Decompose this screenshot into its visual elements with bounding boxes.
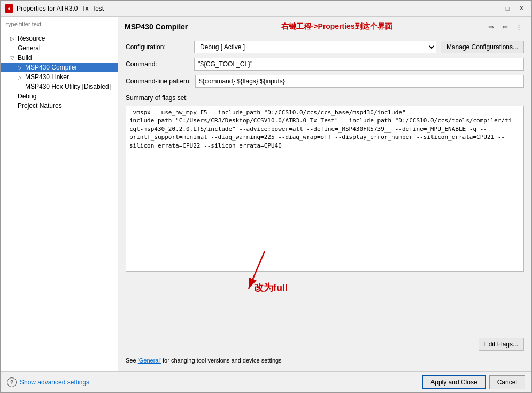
arrow-icon: ▽ (10, 55, 18, 61)
title-bar-controls: ─ □ ✕ (488, 3, 527, 14)
sidebar-item-debug[interactable]: Debug (1, 91, 118, 101)
sidebar-item-msp430-compiler[interactable]: ▷ MSP430 Compiler (1, 63, 118, 72)
panel-nav: ⇒ ⇐ ⋮ (485, 21, 525, 33)
sidebar: ▷ Resource General ▽ Build ▷ MSP430 Comp… (1, 17, 118, 371)
title-bar: ● Properties for ATR3.0_Tx_Test ─ □ ✕ (1, 1, 531, 17)
minimize-button[interactable]: ─ (488, 3, 499, 14)
help-icon[interactable]: ? (7, 377, 17, 387)
command-row: Command: (126, 58, 524, 71)
sidebar-item-build[interactable]: ▽ Build (1, 53, 118, 63)
nav-forward-button[interactable]: ⇒ (485, 21, 497, 33)
manage-configs-button[interactable]: Manage Configurations... (441, 41, 524, 53)
arrow-icon (10, 45, 18, 51)
sidebar-item-msp430-hex[interactable]: MSP430 Hex Utility [Disabled] (1, 82, 118, 91)
panel-header: MSP430 Compiler 右键工程->Properties到这个界面 ⇒ … (118, 17, 531, 35)
tree-area: ▷ Resource General ▽ Build ▷ MSP430 Comp… (1, 32, 118, 371)
sidebar-item-label: MSP430 Hex Utility [Disabled] (25, 83, 111, 90)
config-label: Configuration: (126, 43, 190, 51)
cmdline-row: Command-line pattern: (126, 75, 524, 88)
see-general-suffix: for changing tool versions and device se… (161, 357, 282, 364)
right-panel: MSP430 Compiler 右键工程->Properties到这个界面 ⇒ … (118, 17, 531, 371)
arrow-icon (18, 84, 25, 90)
sidebar-item-label: MSP430 Compiler (25, 64, 77, 71)
sidebar-item-project-natures[interactable]: Project Natures (1, 101, 118, 111)
cancel-button[interactable]: Cancel (489, 375, 525, 389)
arrow-icon: ▷ (10, 36, 18, 42)
cmdline-label: Command-line pattern: (126, 78, 191, 85)
close-button[interactable]: ✕ (515, 3, 527, 14)
filter-input[interactable] (3, 19, 115, 29)
sidebar-item-resource[interactable]: ▷ Resource (1, 34, 118, 43)
general-link[interactable]: 'General' (138, 357, 161, 364)
panel-body: Configuration: Debug [ Active ]Release M… (118, 35, 531, 371)
flags-textarea[interactable]: -vmspx --use_hw_mpy=F5 --include_path="D… (126, 106, 524, 272)
properties-window: ● Properties for ATR3.0_Tx_Test ─ □ ✕ ▷ … (0, 0, 532, 393)
arrow-icon (10, 103, 18, 109)
cmdline-input[interactable] (195, 75, 524, 88)
arrow-icon (10, 94, 18, 99)
summary-label: Summary of flags set: (126, 94, 524, 102)
bottom-left: ? Show advanced settings (7, 377, 89, 387)
nav-menu-button[interactable]: ⋮ (513, 21, 525, 33)
bottom-right: Apply and Close Cancel (422, 375, 525, 389)
show-advanced-link[interactable]: Show advanced settings (20, 379, 89, 386)
title-bar-left: ● Properties for ATR3.0_Tx_Test (5, 4, 104, 13)
arrow-icon: ▷ (18, 65, 25, 71)
see-general-prefix: See (126, 357, 138, 364)
sidebar-item-label: Resource (18, 35, 45, 42)
nav-back-button[interactable]: ⇐ (499, 21, 511, 33)
maximize-button[interactable]: □ (502, 3, 513, 14)
config-select[interactable]: Debug [ Active ]Release (194, 41, 436, 53)
sidebar-item-label: Build (18, 54, 32, 61)
apply-close-button[interactable]: Apply and Close (422, 375, 485, 389)
see-general: See 'General' for changing tool versions… (126, 355, 524, 366)
panel-annotation: 右键工程->Properties到这个界面 (281, 22, 392, 32)
command-input[interactable] (194, 58, 524, 71)
sidebar-item-label: General (18, 44, 41, 52)
flags-container: -vmspx --use_hw_mpy=F5 --include_path="D… (126, 106, 524, 332)
config-row: Configuration: Debug [ Active ]Release M… (126, 41, 524, 53)
window-title: Properties for ATR3.0_Tx_Test (17, 5, 104, 12)
edit-flags-row: Edit Flags... (126, 338, 524, 351)
sidebar-item-label: MSP430 Linker (25, 73, 69, 81)
arrow-icon: ▷ (18, 74, 25, 80)
main-content: ▷ Resource General ▽ Build ▷ MSP430 Comp… (1, 17, 531, 371)
sidebar-item-label: Project Natures (18, 102, 62, 110)
panel-title: MSP430 Compiler (125, 22, 188, 31)
change-annotation: 改为full (254, 281, 288, 294)
edit-flags-button[interactable]: Edit Flags... (479, 338, 524, 351)
sidebar-item-general[interactable]: General (1, 43, 118, 53)
command-label: Command: (126, 60, 190, 68)
bottom-bar: ? Show advanced settings Apply and Close… (1, 371, 531, 392)
app-icon: ● (5, 4, 13, 13)
sidebar-item-label: Debug (18, 93, 36, 100)
sidebar-item-msp430-linker[interactable]: ▷ MSP430 Linker (1, 72, 118, 82)
